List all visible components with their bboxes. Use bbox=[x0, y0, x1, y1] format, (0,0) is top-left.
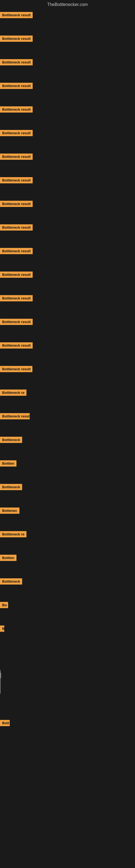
list-item: Bottleneck re bbox=[0, 528, 135, 552]
bottleneck-label: Bottleneck resul bbox=[0, 413, 30, 420]
bottleneck-label: Bottleneck result bbox=[0, 130, 33, 136]
bottleneck-label: Bottleneck result bbox=[0, 12, 33, 18]
bottleneck-label: Bottleneck result bbox=[0, 319, 33, 325]
list-item: B bbox=[0, 623, 135, 646]
list-item: Bottleneck bbox=[0, 576, 135, 599]
bottleneck-label: Bottlen bbox=[0, 555, 16, 561]
bottleneck-label: Bottleneck bbox=[0, 437, 22, 443]
list-item: Bottleneck bbox=[0, 481, 135, 505]
list-item bbox=[0, 835, 135, 859]
list-item: Bottleneck result bbox=[0, 198, 135, 222]
list-item bbox=[0, 741, 135, 764]
list-item bbox=[0, 693, 135, 717]
bottleneck-label: Bottleneck result bbox=[0, 83, 33, 89]
bottleneck-label: Bottlen bbox=[0, 460, 16, 467]
list-item: Bottleneck result bbox=[0, 33, 135, 56]
list-item: Bottleneck result bbox=[0, 340, 135, 363]
list-item: Bottleneck result bbox=[0, 56, 135, 80]
list-item: Bottleneck result bbox=[0, 245, 135, 269]
list-item: Bottlen bbox=[0, 458, 135, 481]
list-item: Bottleneck result bbox=[0, 80, 135, 104]
list-item: Bottleneck resul bbox=[0, 410, 135, 434]
bottleneck-label: Bott bbox=[0, 720, 10, 726]
bottleneck-label: Bottleneck re bbox=[0, 390, 27, 396]
bottleneck-label: Bottleneck result bbox=[0, 272, 33, 278]
site-header: TheBottlenecker.com bbox=[0, 0, 135, 9]
list-item: Bottlen bbox=[0, 552, 135, 576]
list-item: Bott bbox=[0, 717, 135, 741]
bottleneck-label: Bottleneck result bbox=[0, 35, 33, 42]
bottleneck-label: Bottenec bbox=[0, 507, 19, 514]
list-item: Bo bbox=[0, 599, 135, 623]
list-item: Bottleneck result bbox=[0, 316, 135, 340]
list-item: Bottenec bbox=[0, 505, 135, 528]
bottleneck-label: Bottleneck result bbox=[0, 295, 33, 301]
list-item: Bottleneck result bbox=[0, 363, 135, 387]
list-item bbox=[0, 670, 135, 693]
bottleneck-label: Bottleneck result bbox=[0, 342, 33, 348]
list-item bbox=[0, 764, 135, 788]
bottleneck-label: Bottleneck result bbox=[0, 106, 33, 113]
list-item: Bottleneck result bbox=[0, 104, 135, 127]
bottleneck-label: Bottleneck result bbox=[0, 224, 33, 230]
list-item bbox=[0, 646, 135, 670]
bottleneck-label: Bottleneck result bbox=[0, 59, 33, 65]
list-item: Bottleneck result bbox=[0, 127, 135, 151]
bottleneck-label: Bo bbox=[0, 602, 8, 608]
bottleneck-label: Bottleneck result bbox=[0, 366, 32, 372]
list-item: Bottleneck result bbox=[0, 151, 135, 175]
list-item: Bottleneck result bbox=[0, 269, 135, 292]
list-item: Bottleneck bbox=[0, 434, 135, 458]
list-item: Bottleneck result bbox=[0, 175, 135, 198]
bottleneck-label: Bottleneck re bbox=[0, 531, 27, 537]
list-item: Bottleneck re bbox=[0, 387, 135, 410]
site-title: TheBottlenecker.com bbox=[47, 2, 88, 7]
bottleneck-label: B bbox=[0, 625, 4, 632]
list-item bbox=[0, 788, 135, 812]
bottleneck-label: Bottleneck bbox=[0, 578, 22, 585]
bottleneck-label: Bottleneck result bbox=[0, 201, 33, 207]
list-item: Bottleneck result bbox=[0, 222, 135, 245]
bottleneck-label: Bottleneck bbox=[0, 484, 22, 490]
list-item: Bottleneck result bbox=[0, 292, 135, 316]
bottleneck-label: Bottleneck result bbox=[0, 248, 33, 254]
bottleneck-label: Bottleneck result bbox=[0, 177, 33, 183]
bottleneck-label: Bottleneck result bbox=[0, 154, 33, 160]
list-item: Bottleneck result bbox=[0, 9, 135, 33]
list-item bbox=[0, 812, 135, 835]
